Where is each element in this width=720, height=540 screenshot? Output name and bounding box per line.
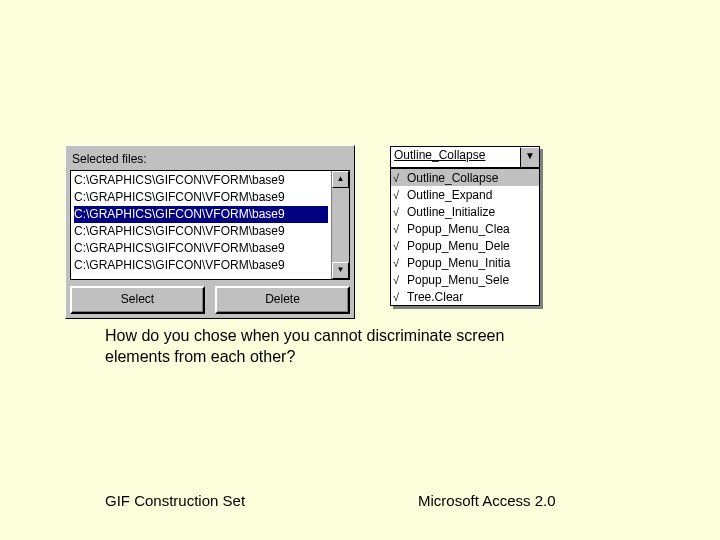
list-item[interactable]: C:\GRAPHICS\GIFCON\VFORM\base9 (74, 240, 328, 257)
combobox-option[interactable]: √Outline_Expand (391, 186, 539, 203)
scroll-track[interactable] (332, 188, 349, 262)
check-icon: √ (393, 189, 407, 201)
combobox-option[interactable]: √Popup_Menu_Sele (391, 271, 539, 288)
selected-files-listbox[interactable]: C:\GRAPHICS\GIFCON\VFORM\base9C:\GRAPHIC… (70, 170, 350, 280)
check-icon: √ (393, 206, 407, 218)
combobox-option-label: Outline_Collapse (407, 171, 498, 185)
caption-text: How do you chose when you cannot discrim… (105, 326, 565, 368)
combobox-option[interactable]: √Popup_Menu_Initia (391, 254, 539, 271)
footer-left-label: GIF Construction Set (105, 492, 245, 509)
scroll-down-icon[interactable]: ▼ (332, 262, 349, 279)
combobox-input[interactable]: Outline_Collapse ▼ (390, 146, 540, 168)
footer-right-label: Microsoft Access 2.0 (418, 492, 556, 509)
check-icon: √ (393, 291, 407, 303)
list-item[interactable]: C:\GRAPHICS\GIFCON\VFORM\base9 (74, 223, 328, 240)
combobox-option[interactable]: √Outline_Initialize (391, 203, 539, 220)
panel-button-row: Select Delete (70, 286, 350, 314)
combobox-dropdown-list[interactable]: √Outline_Collapse√Outline_Expand√Outline… (390, 168, 540, 306)
combobox-option[interactable]: √Tree.Clear (391, 288, 539, 305)
select-button[interactable]: Select (70, 286, 205, 314)
check-icon: √ (393, 274, 407, 286)
combobox-option-label: Popup_Menu_Dele (407, 239, 510, 253)
check-icon: √ (393, 257, 407, 269)
check-icon: √ (393, 172, 407, 184)
combobox-option-label: Outline_Initialize (407, 205, 495, 219)
list-item[interactable]: C:\GRAPHICS\GIFCON\VFORM\base9 (74, 189, 328, 206)
combobox-option[interactable]: √Popup_Menu_Dele (391, 237, 539, 254)
combobox-option-label: Tree.Clear (407, 290, 463, 304)
combobox-option-label: Popup_Menu_Sele (407, 273, 509, 287)
check-icon: √ (393, 223, 407, 235)
list-item[interactable]: C:\GRAPHICS\GIFCON\VFORM\base9 (74, 206, 328, 223)
list-item[interactable]: C:\GRAPHICS\GIFCON\VFORM\base9 (74, 172, 328, 189)
list-item[interactable]: C:\GRAPHICS\GIFCON\VFORM\base9 (74, 257, 328, 274)
combobox-dropdown-icon[interactable]: ▼ (520, 147, 539, 167)
combobox-option[interactable]: √Outline_Collapse (391, 169, 539, 186)
combobox-option-label: Outline_Expand (407, 188, 492, 202)
delete-button[interactable]: Delete (215, 286, 350, 314)
combobox-option[interactable]: √Popup_Menu_Clea (391, 220, 539, 237)
check-icon: √ (393, 240, 407, 252)
selected-files-label: Selected files: (72, 152, 348, 166)
combobox-value: Outline_Collapse (391, 147, 520, 167)
combobox-option-label: Popup_Menu_Clea (407, 222, 510, 236)
procedure-combobox[interactable]: Outline_Collapse ▼ √Outline_Collapse√Out… (390, 146, 540, 306)
combobox-option-label: Popup_Menu_Initia (407, 256, 510, 270)
listbox-scrollbar[interactable]: ▲ ▼ (331, 171, 349, 279)
scroll-up-icon[interactable]: ▲ (332, 171, 349, 188)
selected-files-panel: Selected files: C:\GRAPHICS\GIFCON\VFORM… (65, 145, 355, 319)
